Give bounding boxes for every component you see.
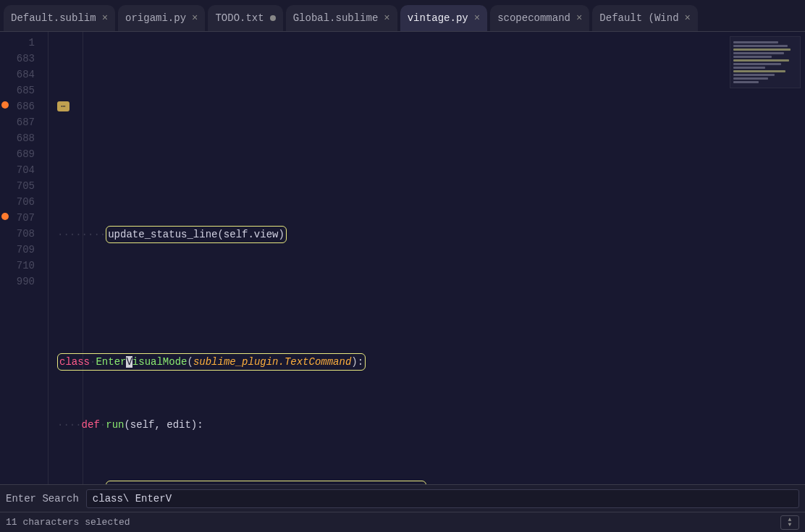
line-number: 710 — [0, 258, 35, 274]
dirty-icon — [270, 15, 276, 21]
line-number: 687 — [0, 114, 35, 130]
tab-bar: Default.sublim× origami.py× TODO.txt Glo… — [0, 0, 805, 32]
fold-marker-icon[interactable]: ⋯ — [57, 101, 69, 111]
line-number: 684 — [0, 67, 35, 83]
tab-vintage[interactable]: vintage.py× — [400, 5, 487, 31]
gutter: 1 683 684 685 686 687 688 689 704 705 70… — [0, 32, 48, 484]
close-icon[interactable]: × — [384, 13, 389, 23]
minimap[interactable] — [725, 32, 805, 484]
tab-default-sublime[interactable]: Default.sublim× — [4, 5, 115, 31]
line-number: 705 — [0, 178, 35, 194]
close-icon[interactable]: × — [685, 13, 691, 23]
line-number: 688 — [0, 130, 35, 146]
text-cursor: V — [126, 356, 132, 368]
search-bar: Enter Search — [0, 484, 805, 512]
close-icon[interactable]: × — [576, 13, 582, 23]
code-area[interactable]: ⋯ ········update_status_line(self.view) … — [48, 32, 725, 484]
code-line: ········update_status_line(self.view) — [49, 226, 725, 242]
code-line — [49, 290, 725, 305]
code-line — [49, 162, 725, 178]
code-line: ⋯ — [49, 98, 725, 114]
panel-switcher[interactable]: ▲ ▼ — [780, 515, 799, 530]
tab-global-sublime[interactable]: Global.sublime× — [286, 5, 397, 31]
minimap-viewport — [730, 36, 801, 88]
search-label: Enter Search — [6, 493, 79, 504]
line-number: 706 — [0, 194, 35, 210]
bookmark-icon[interactable] — [1, 213, 9, 220]
code-line: class·EnterVisualMode(sublime_plugin.Tex… — [49, 353, 725, 369]
line-number: 708 — [0, 226, 35, 242]
chevron-down-icon: ▼ — [788, 523, 792, 527]
close-icon[interactable]: × — [474, 13, 480, 23]
line-number: 709 — [0, 242, 35, 258]
tab-default-windows[interactable]: Default (Wind× — [592, 5, 698, 31]
line-number: 990 — [0, 274, 35, 290]
bookmark-icon[interactable] — [1, 101, 9, 109]
line-number: 1 — [0, 35, 35, 51]
status-text: 11 characters selected — [6, 517, 130, 528]
line-number: 685 — [0, 83, 35, 98]
editor-area: 1 683 684 685 686 687 688 689 704 705 70… — [0, 32, 805, 484]
search-input[interactable] — [86, 489, 799, 508]
status-bar: 11 characters selected ▲ ▼ — [0, 512, 805, 532]
line-number: 683 — [0, 51, 35, 67]
tab-todo[interactable]: TODO.txt — [208, 5, 282, 31]
code-line: ····def·run(self, edit): — [49, 417, 725, 433]
close-icon[interactable]: × — [192, 13, 198, 23]
tab-scopecommand[interactable]: scopecommand× — [490, 5, 589, 31]
code-line: ········self.view.run_command('mark_undo… — [49, 481, 725, 484]
line-number: 689 — [0, 146, 35, 162]
line-number: 704 — [0, 162, 35, 178]
tab-origami[interactable]: origami.py× — [118, 5, 205, 31]
close-icon[interactable]: × — [102, 13, 108, 23]
